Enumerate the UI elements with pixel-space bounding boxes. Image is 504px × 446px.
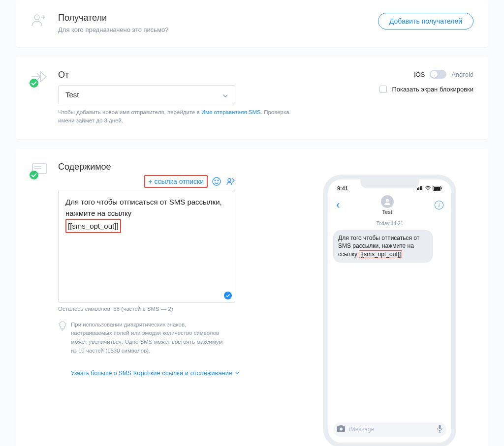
imessage-placeholder: iMessage <box>349 426 437 433</box>
opt-out-token-preview: [[sms_opt_out]] <box>359 250 402 258</box>
lightbulb-icon <box>58 321 71 356</box>
content-title: Содержимое <box>58 162 111 172</box>
opt-out-token: [[sms_opt_out]] <box>65 219 121 233</box>
content-section: Содержимое + ссылка отписки Для тог <box>16 149 488 446</box>
message-text: Для того чтобы отписаться от SMS рассылк… <box>65 196 228 234</box>
recipients-section: Получатели Для кого предназначено это пи… <box>16 0 488 47</box>
os-toggle: iOS Android <box>306 70 473 79</box>
learn-more-link[interactable]: Узнать больше о SMS <box>71 370 131 377</box>
conversation-timestamp: Today 14:21 <box>333 221 446 226</box>
from-icon <box>31 70 58 85</box>
sender-selected-value: Test <box>65 90 79 99</box>
message-bubble: Для того чтобы отписаться от SMS рассылк… <box>333 230 433 263</box>
phone-notch <box>360 179 419 188</box>
svg-point-3 <box>215 180 216 181</box>
os-switch[interactable] <box>430 70 446 79</box>
message-textarea[interactable]: Для того чтобы отписаться от SMS рассылк… <box>58 190 235 303</box>
from-title: От <box>58 70 301 80</box>
short-links-toggle[interactable]: Короткие ссылки и отслеживание <box>133 369 240 377</box>
from-section: От Test Чтобы добавить новое имя отправи… <box>16 57 488 139</box>
content-icon <box>31 162 58 177</box>
recipients-title: Получатели <box>58 13 378 23</box>
svg-point-4 <box>218 180 219 181</box>
svg-rect-8 <box>434 187 440 190</box>
phone-preview: 9:41 ‹ Test <box>323 175 456 446</box>
recipients-subtitle: Для кого предназначено это письмо? <box>58 26 378 33</box>
status-icons <box>416 185 442 191</box>
ios-label: iOS <box>414 71 425 78</box>
recipients-icon <box>31 13 58 29</box>
tip-text: При использовании диакритических знаков,… <box>71 321 228 356</box>
emoji-icon[interactable] <box>212 177 221 186</box>
svg-point-5 <box>228 178 231 181</box>
lockscreen-label: Показать экран блокировки <box>392 86 473 93</box>
add-recipients-button[interactable]: Добавить получателей <box>378 13 473 30</box>
char-counter: Осталось символов: 58 (частей в SMS — 2) <box>58 306 301 312</box>
personalize-icon[interactable] <box>225 177 235 186</box>
svg-point-0 <box>34 15 39 20</box>
chevron-down-icon <box>223 90 228 99</box>
check-badge-icon <box>30 79 38 88</box>
sender-name: Test <box>382 209 392 215</box>
android-label: Android <box>451 71 473 78</box>
back-button[interactable]: ‹ <box>336 199 340 211</box>
from-hint: Чтобы добавить новое имя отправителя, пе… <box>58 108 301 125</box>
svg-point-10 <box>386 199 389 202</box>
lockscreen-checkbox[interactable] <box>379 86 387 93</box>
valid-check-icon <box>224 292 232 299</box>
sender-select[interactable]: Test <box>58 85 235 104</box>
svg-rect-11 <box>439 425 441 429</box>
svg-point-2 <box>213 178 220 185</box>
imessage-input: iMessage <box>333 422 446 437</box>
avatar-icon <box>381 195 394 208</box>
svg-rect-9 <box>441 187 442 189</box>
check-badge-icon <box>30 171 38 179</box>
info-button[interactable]: i <box>435 201 443 209</box>
phone-time: 9:41 <box>337 185 348 191</box>
add-unsubscribe-link-button[interactable]: + ссылка отписки <box>144 175 208 188</box>
camera-icon <box>337 425 345 433</box>
sender-name-link[interactable]: Имя отправителя SMS <box>201 109 261 115</box>
mic-icon <box>437 425 442 434</box>
